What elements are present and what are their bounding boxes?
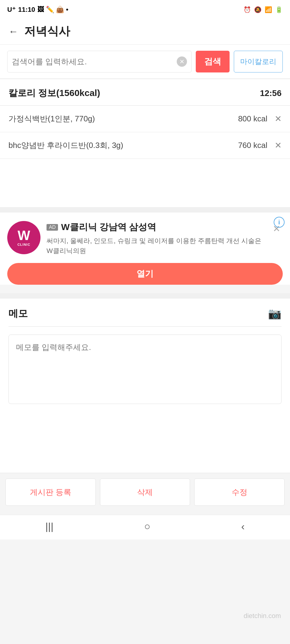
calorie-title: 칼로리 정보(1560kcal) bbox=[8, 87, 100, 99]
food-item-2: bhc양념반 후라이드반(0.3회, 3g) 760 kcal ✕ bbox=[0, 132, 290, 159]
memo-section: 메모 📷 bbox=[0, 299, 290, 412]
battery-icon: 🔋 bbox=[275, 6, 283, 13]
nav-menu-icon[interactable]: ||| bbox=[45, 521, 53, 532]
search-section: ✕ 검색 마이칼로리 bbox=[0, 45, 290, 79]
calorie-time: 12:56 bbox=[260, 88, 282, 98]
alarm-icon: ⏰ bbox=[243, 6, 251, 13]
wifi-icon: 📶 bbox=[265, 6, 272, 13]
ad-open-button[interactable]: 열기 bbox=[7, 263, 283, 285]
memo-textarea[interactable] bbox=[8, 335, 282, 404]
nav-back-icon[interactable]: ‹ bbox=[241, 521, 244, 532]
ad-banner: i W CLINIC AD W클리닉 강남역 삼성역 써마지, 울쎄라, 인모드… bbox=[0, 213, 290, 285]
status-time: 11:10 bbox=[18, 6, 35, 14]
calorie-info-header: 칼로리 정보(1560kcal) 12:56 bbox=[0, 79, 290, 106]
empty-space bbox=[0, 159, 290, 207]
memo-title: 메모 bbox=[8, 307, 28, 320]
food-name-2: bhc양념반 후라이드반(0.3회, 3g) bbox=[8, 140, 238, 151]
status-bar: U⁺ 11:10 🖼 ✏️ 👜 • ⏰ 🔕 📶 🔋 bbox=[0, 0, 290, 18]
ad-info-button[interactable]: i bbox=[274, 217, 285, 228]
search-input-wrap: ✕ bbox=[7, 51, 192, 72]
search-button[interactable]: 검색 bbox=[196, 51, 230, 72]
section-separator-2 bbox=[0, 293, 290, 299]
page-header: ← 저녁식사 bbox=[0, 18, 290, 45]
mute-icon: 🔕 bbox=[254, 6, 262, 13]
page-title: 저녁식사 bbox=[24, 24, 70, 39]
ad-description: 써마지, 울쎄라, 인모드, 슈링크 및 레이저를 이용한 주름탄력 개선 시술… bbox=[47, 236, 264, 256]
food-remove-button-2[interactable]: ✕ bbox=[275, 140, 282, 150]
edit-button[interactable]: 수정 bbox=[194, 479, 285, 506]
ad-logo-w: W bbox=[18, 229, 30, 242]
ad-logo: W CLINIC bbox=[7, 221, 40, 254]
food-list: 가정식백반(1인분, 770g) 800 kcal ✕ bhc양념반 후라이드반… bbox=[0, 106, 290, 207]
food-remove-button-1[interactable]: ✕ bbox=[275, 114, 282, 124]
food-item-1: 가정식백반(1인분, 770g) 800 kcal ✕ bbox=[0, 106, 290, 132]
status-icons: 🖼 ✏️ 👜 • bbox=[37, 6, 68, 14]
status-left: U⁺ 11:10 🖼 ✏️ 👜 • bbox=[7, 6, 68, 14]
ad-label: AD bbox=[47, 224, 58, 231]
ad-text-wrap: AD W클리닉 강남역 삼성역 써마지, 울쎄라, 인모드, 슈링크 및 레이저… bbox=[47, 221, 264, 256]
section-separator-1 bbox=[0, 207, 290, 213]
bottom-action-bar: 게시판 등록 삭제 수정 bbox=[0, 473, 290, 515]
bottom-spacer bbox=[0, 412, 290, 473]
delete-button[interactable]: 삭제 bbox=[100, 479, 190, 506]
search-input[interactable] bbox=[12, 57, 177, 66]
status-right: ⏰ 🔕 📶 🔋 bbox=[243, 6, 283, 13]
clear-button[interactable]: ✕ bbox=[177, 56, 187, 67]
food-kcal-1: 800 kcal bbox=[238, 114, 267, 123]
ad-content: W CLINIC AD W클리닉 강남역 삼성역 써마지, 울쎄라, 인모드, … bbox=[0, 213, 290, 263]
nav-home-icon[interactable]: ○ bbox=[144, 521, 150, 532]
food-name-1: 가정식백반(1인분, 770g) bbox=[8, 114, 238, 124]
ad-label-row: AD W클리닉 강남역 삼성역 bbox=[47, 221, 264, 233]
back-button[interactable]: ← bbox=[8, 27, 18, 36]
food-kcal-2: 760 kcal bbox=[238, 141, 267, 150]
nav-bar: ||| ○ ‹ bbox=[0, 515, 290, 540]
memo-header: 메모 📷 bbox=[8, 307, 282, 327]
ad-logo-clinic: CLINIC bbox=[18, 243, 31, 246]
ad-title: W클리닉 강남역 삼성역 bbox=[61, 221, 156, 233]
carrier-label: U⁺ bbox=[7, 6, 16, 14]
mycalorie-button[interactable]: 마이칼로리 bbox=[234, 51, 283, 72]
register-button[interactable]: 게시판 등록 bbox=[5, 479, 96, 506]
watermark: dietchin.com bbox=[243, 612, 281, 620]
camera-icon[interactable]: 📷 bbox=[268, 307, 282, 320]
